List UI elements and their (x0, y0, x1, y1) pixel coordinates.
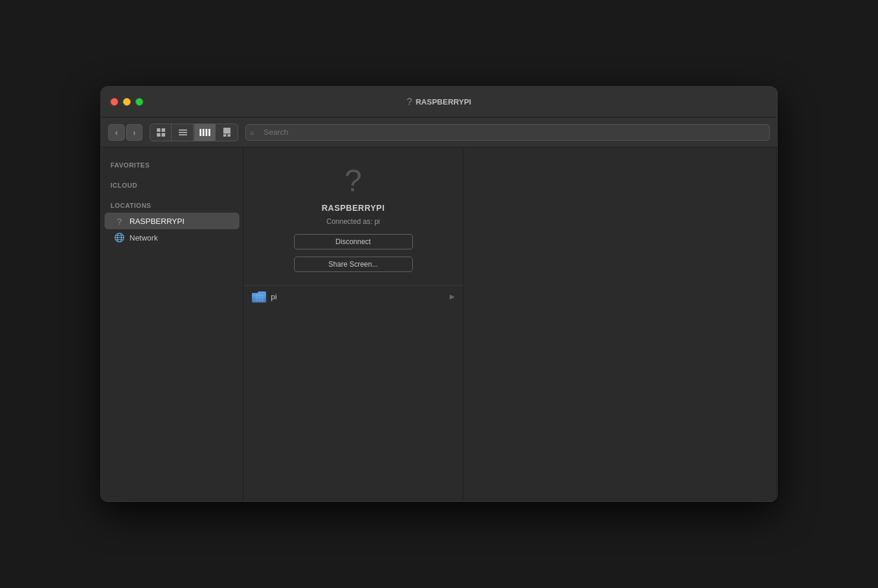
question-icon: ? (114, 216, 125, 226)
search-icon: ⌕ (250, 128, 254, 137)
sidebar-section-locations: Locations (101, 202, 243, 213)
list-view-icon (179, 129, 187, 135)
device-info-panel: ? RASPBERRYPI Connected as: pi Disconnec… (244, 147, 463, 285)
file-name: pi (271, 292, 277, 301)
column-view-button[interactable] (194, 124, 216, 141)
forward-button[interactable]: › (126, 124, 143, 141)
column-panel-right (463, 147, 777, 501)
maximize-button[interactable] (135, 98, 143, 106)
window-title: RASPBERRYPI (416, 97, 471, 106)
columns-area: ? RASPBERRYPI Connected as: pi Disconnec… (244, 147, 777, 501)
nav-buttons: ‹ › (108, 124, 143, 141)
sidebar: Favorites iCloud Locations ? RASPBERRYPI (101, 147, 244, 501)
chevron-right-icon: ▶ (450, 293, 454, 301)
globe-icon (114, 232, 125, 243)
sidebar-item-raspberrypi-label: RASPBERRYPI (130, 217, 184, 226)
device-question-icon: ? (345, 165, 362, 196)
column-view-icon (200, 129, 210, 136)
sidebar-section-favorites: Favorites (101, 162, 243, 172)
search-input[interactable] (245, 124, 770, 141)
list-view-button[interactable] (172, 124, 194, 141)
cover-flow-icon (223, 128, 230, 137)
search-bar: ⌕ (245, 124, 770, 141)
cover-flow-button[interactable] (216, 124, 238, 141)
close-button[interactable] (110, 98, 118, 106)
grid-view-button[interactable] (150, 124, 172, 141)
main-content: Favorites iCloud Locations ? RASPBERRYPI (101, 147, 777, 501)
minimize-button[interactable] (123, 98, 131, 106)
window-title-area: ? RASPBERRYPI (407, 97, 471, 108)
svg-rect-6 (252, 293, 266, 302)
table-row[interactable]: pi ▶ (244, 286, 463, 307)
title-bar: ? RASPBERRYPI (101, 87, 777, 118)
sidebar-item-network-label: Network (130, 233, 158, 242)
column-panel-main: ? RASPBERRYPI Connected as: pi Disconnec… (244, 147, 463, 501)
file-list: pi ▶ (244, 286, 463, 307)
device-name: RASPBERRYPI (321, 203, 384, 213)
sidebar-item-network[interactable]: Network (105, 229, 239, 246)
sidebar-section-icloud: iCloud (101, 182, 243, 192)
disconnect-button[interactable]: Disconnect (294, 234, 413, 249)
finder-window: ? RASPBERRYPI ‹ › (100, 86, 778, 502)
view-mode-switcher (150, 124, 238, 141)
device-connected-as: Connected as: pi (326, 217, 380, 226)
sidebar-item-raspberrypi[interactable]: ? RASPBERRYPI (105, 213, 239, 229)
title-question-icon: ? (407, 97, 412, 108)
toolbar: ‹ › (101, 118, 777, 147)
folder-icon (252, 290, 266, 302)
grid-view-icon (157, 128, 165, 137)
traffic-lights (110, 98, 143, 106)
share-screen-button[interactable]: Share Screen... (294, 257, 413, 272)
back-button[interactable]: ‹ (108, 124, 125, 141)
